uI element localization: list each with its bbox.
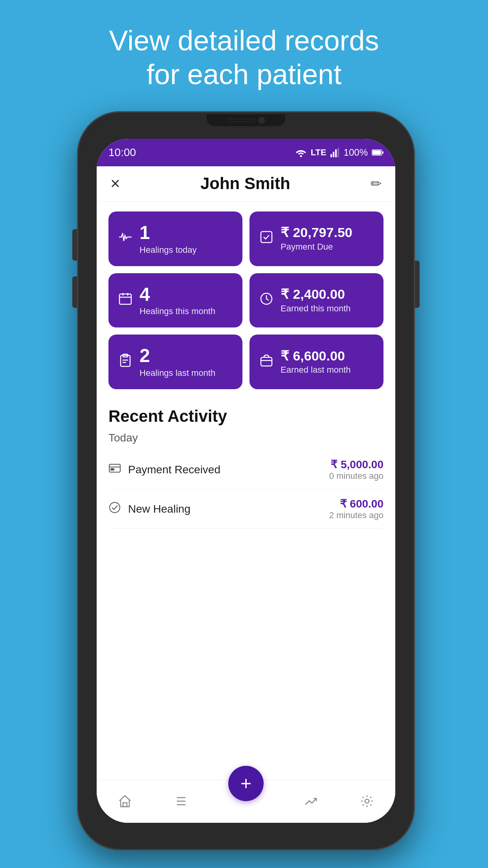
fab-plus-icon: + bbox=[240, 772, 251, 794]
svg-point-0 bbox=[300, 155, 302, 157]
stat-content-last-month: 2 Healings last month bbox=[139, 346, 215, 378]
home-icon bbox=[117, 794, 132, 809]
stat-earned-month[interactable]: ₹ 2,400.00 Earned this month bbox=[250, 273, 383, 328]
card-icon bbox=[108, 462, 121, 477]
clipboard-icon bbox=[118, 353, 132, 371]
earned-month-amount: ₹ 2,400.00 bbox=[281, 287, 351, 302]
payment-received-time: 0 minutes ago bbox=[329, 471, 383, 481]
phone-mockup: 10:00 LTE bbox=[73, 111, 415, 858]
signal-icon bbox=[330, 148, 340, 157]
earned-last-month-amount: ₹ 6,600.00 bbox=[281, 349, 351, 363]
patient-name: John Smith bbox=[200, 174, 290, 193]
bag-icon bbox=[259, 353, 273, 371]
svg-rect-6 bbox=[372, 150, 381, 154]
payment-due-label: Payment Due bbox=[281, 242, 352, 252]
new-healing-label: New Healing bbox=[128, 503, 191, 515]
fab-add-button[interactable]: + bbox=[228, 766, 264, 801]
clock-svg bbox=[259, 292, 273, 306]
svg-rect-1 bbox=[330, 154, 332, 157]
calendar-svg bbox=[118, 292, 132, 306]
svg-rect-21 bbox=[111, 469, 114, 470]
stats-grid: 1 Healings today ₹ 20,797.50 Payment bbox=[97, 202, 395, 399]
recent-activity-section: Recent Activity Today Payment Received bbox=[97, 399, 395, 529]
stat-content-payment: ₹ 20,797.50 Payment Due bbox=[281, 225, 352, 252]
app-header: × John Smith ✏ bbox=[97, 166, 395, 202]
camera bbox=[259, 117, 265, 123]
new-healing-amount: ₹ 600.00 bbox=[329, 497, 383, 510]
stat-content-earned-month: ₹ 2,400.00 Earned this month bbox=[281, 287, 351, 313]
svg-point-22 bbox=[110, 502, 120, 513]
activity-healing-left: New Healing bbox=[108, 501, 191, 517]
healings-month-label: Healings this month bbox=[139, 306, 215, 316]
check-circle-icon bbox=[108, 501, 121, 517]
trending-icon bbox=[303, 794, 318, 809]
pulse-svg bbox=[118, 230, 132, 244]
stat-payment-due[interactable]: ₹ 20,797.50 Payment Due bbox=[250, 211, 383, 266]
phone-notch bbox=[207, 114, 285, 126]
stat-content-month: 4 Healings this month bbox=[139, 284, 215, 317]
svg-rect-19 bbox=[109, 464, 120, 472]
pulse-icon bbox=[118, 230, 132, 247]
earned-last-month-label: Earned last month bbox=[281, 365, 351, 375]
bag-svg bbox=[259, 353, 273, 368]
payment-received-label: Payment Received bbox=[128, 463, 220, 476]
svg-rect-7 bbox=[382, 151, 383, 154]
activity-item-payment[interactable]: Payment Received ₹ 5,000.00 0 minutes ag… bbox=[108, 450, 383, 489]
list-icon bbox=[174, 794, 189, 809]
activity-day-today: Today bbox=[108, 432, 383, 444]
activity-healing-right: ₹ 600.00 2 minutes ago bbox=[329, 497, 383, 520]
check-circle-svg bbox=[108, 501, 121, 514]
edit-button[interactable]: ✏ bbox=[371, 176, 382, 191]
recent-activity-title: Recent Activity bbox=[108, 407, 383, 426]
phone-outer: 10:00 LTE bbox=[77, 111, 415, 850]
check-square-svg bbox=[259, 230, 273, 244]
status-icons: LTE 100% bbox=[295, 147, 383, 158]
activity-item-right: ₹ 5,000.00 0 minutes ago bbox=[329, 458, 383, 481]
svg-rect-8 bbox=[261, 232, 272, 243]
calendar-icon bbox=[118, 292, 132, 309]
earned-month-label: Earned this month bbox=[281, 303, 351, 314]
new-healing-time: 2 minutes ago bbox=[329, 510, 383, 520]
activity-item-healing[interactable]: New Healing ₹ 600.00 2 minutes ago bbox=[108, 489, 383, 529]
nav-home[interactable] bbox=[117, 794, 132, 809]
healings-last-month-number: 2 bbox=[139, 346, 215, 366]
nav-list[interactable] bbox=[174, 794, 189, 809]
speaker bbox=[227, 119, 255, 122]
wifi-icon bbox=[295, 148, 307, 157]
phone-screen: 10:00 LTE bbox=[97, 139, 395, 823]
battery-label: 100% bbox=[344, 147, 368, 158]
card-svg bbox=[108, 462, 121, 474]
svg-rect-9 bbox=[119, 294, 131, 304]
lte-label: LTE bbox=[311, 147, 327, 158]
stat-healings-last-month[interactable]: 2 Healings last month bbox=[108, 335, 242, 389]
status-bar: 10:00 LTE bbox=[97, 139, 395, 166]
healings-today-label: Healings today bbox=[139, 245, 197, 255]
svg-rect-23 bbox=[123, 803, 127, 807]
activity-item-left: Payment Received bbox=[108, 462, 220, 477]
check-square-icon bbox=[259, 230, 273, 247]
clock-icon bbox=[259, 292, 273, 309]
stat-earned-last-month[interactable]: ₹ 6,600.00 Earned last month bbox=[250, 335, 383, 389]
close-button[interactable]: × bbox=[110, 174, 120, 193]
svg-rect-2 bbox=[333, 152, 334, 157]
healings-today-number: 1 bbox=[139, 223, 197, 243]
battery-icon bbox=[372, 149, 383, 156]
headline-line1: View detailed records bbox=[109, 25, 379, 56]
settings-icon bbox=[360, 794, 374, 809]
headline: View detailed records for each patient bbox=[109, 24, 379, 92]
healings-month-number: 4 bbox=[139, 284, 215, 305]
stat-content-earned-last-month: ₹ 6,600.00 Earned last month bbox=[281, 349, 351, 375]
stat-healings-today[interactable]: 1 Healings today bbox=[108, 211, 242, 266]
healings-last-month-label: Healings last month bbox=[139, 368, 215, 378]
svg-rect-4 bbox=[338, 148, 339, 157]
stat-healings-month[interactable]: 4 Healings this month bbox=[108, 273, 242, 328]
nav-settings[interactable] bbox=[360, 794, 374, 809]
payment-due-amount: ₹ 20,797.50 bbox=[281, 225, 352, 240]
stat-content-today: 1 Healings today bbox=[139, 223, 197, 255]
headline-line2: for each patient bbox=[147, 59, 341, 90]
svg-rect-18 bbox=[261, 357, 272, 366]
clipboard-svg bbox=[118, 353, 132, 368]
nav-trending[interactable] bbox=[303, 794, 318, 809]
payment-received-amount: ₹ 5,000.00 bbox=[329, 458, 383, 471]
svg-rect-3 bbox=[335, 149, 337, 157]
